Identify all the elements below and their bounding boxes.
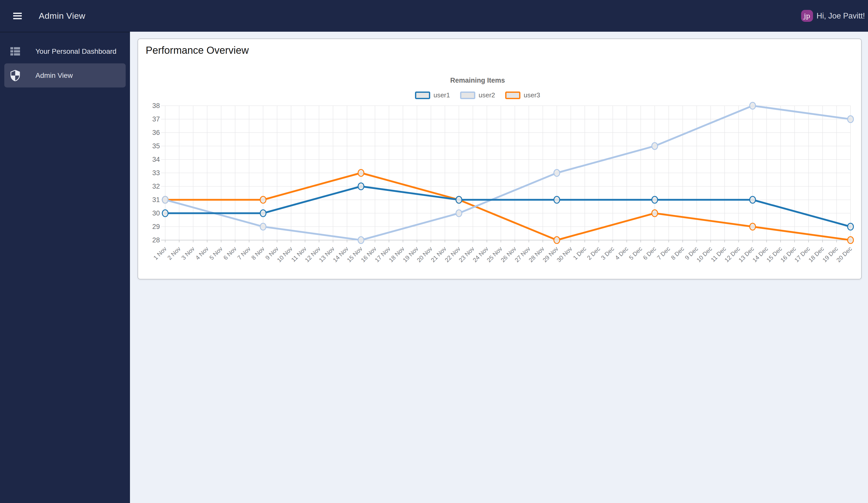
- x-tick-label: 19 Nov: [402, 245, 420, 263]
- data-point-user3[interactable]: [750, 223, 755, 230]
- x-tick-label: 16 Nov: [360, 245, 378, 263]
- data-point-user1[interactable]: [848, 223, 854, 230]
- y-tick-label: 30: [152, 209, 160, 217]
- x-tick-label: 1 Nov: [152, 245, 168, 261]
- x-tick-label: 23 Nov: [457, 245, 476, 263]
- y-tick-label: 31: [152, 196, 160, 204]
- x-tick-label: 18 Nov: [388, 245, 406, 263]
- x-tick-label: 25 Nov: [485, 245, 504, 263]
- data-point-user2[interactable]: [750, 102, 755, 109]
- y-tick-label: 32: [152, 182, 160, 190]
- x-tick-label: 15 Nov: [345, 245, 364, 263]
- x-tick-label: 13 Nov: [318, 245, 336, 263]
- sidebar: Your Personal Dashboard Admin View: [0, 32, 130, 503]
- data-point-user3[interactable]: [554, 237, 560, 244]
- sidebar-item-label: Admin View: [35, 71, 73, 80]
- x-tick-label: 4 Nov: [194, 245, 210, 261]
- top-navbar: Admin View jp Hi, Joe Pavitt!: [0, 0, 868, 32]
- x-tick-label: 17 Dec: [793, 245, 811, 263]
- x-tick-label: 10 Nov: [276, 245, 294, 263]
- data-point-user2[interactable]: [162, 197, 168, 203]
- y-tick-label: 28: [152, 236, 160, 244]
- data-point-user2[interactable]: [260, 223, 266, 230]
- data-point-user3[interactable]: [652, 210, 658, 217]
- chart-title: Remaining Items: [138, 77, 817, 84]
- data-point-user2[interactable]: [358, 237, 364, 244]
- y-tick-label: 29: [152, 223, 160, 230]
- sidebar-item-personal-dashboard[interactable]: Your Personal Dashboard: [4, 39, 126, 63]
- series-line-user3: [165, 173, 850, 240]
- app-title: Admin View: [39, 11, 85, 21]
- data-point-user2[interactable]: [456, 210, 462, 217]
- hamburger-menu-icon[interactable]: [13, 13, 22, 19]
- x-tick-label: 30 Nov: [555, 245, 574, 263]
- sidebar-item-label: Your Personal Dashboard: [35, 48, 116, 56]
- x-tick-label: 15 Dec: [765, 245, 783, 263]
- x-tick-label: 5 Dec: [628, 245, 643, 261]
- main-content: Performance Overview Remaining Items use…: [130, 32, 868, 503]
- x-tick-label: 19 Dec: [821, 245, 839, 263]
- dashboard-list-icon: [10, 47, 21, 56]
- data-point-user1[interactable]: [554, 197, 560, 203]
- x-tick-label: 6 Dec: [642, 245, 658, 261]
- data-point-user1[interactable]: [162, 210, 168, 217]
- y-tick-label: 38: [152, 102, 160, 110]
- data-point-user3[interactable]: [848, 237, 854, 244]
- y-tick-label: 37: [152, 115, 160, 123]
- x-tick-label: 10 Dec: [695, 245, 713, 263]
- data-point-user1[interactable]: [652, 197, 658, 203]
- sidebar-item-admin-view[interactable]: Admin View: [4, 63, 126, 88]
- x-tick-label: 5 Nov: [208, 245, 224, 261]
- x-tick-label: 7 Nov: [236, 245, 252, 261]
- avatar[interactable]: jp: [801, 10, 813, 22]
- shield-icon: [10, 70, 21, 81]
- y-tick-label: 34: [152, 156, 160, 163]
- x-tick-label: 29 Nov: [541, 245, 559, 263]
- x-tick-label: 18 Dec: [807, 245, 825, 263]
- data-point-user1[interactable]: [750, 197, 755, 203]
- y-tick-label: 35: [152, 142, 160, 150]
- x-tick-label: 24 Nov: [472, 245, 489, 263]
- data-point-user3[interactable]: [358, 170, 364, 177]
- x-tick-label: 28 Nov: [527, 245, 546, 263]
- user-greeting: Hi, Joe Pavitt!: [817, 11, 865, 21]
- data-point-user1[interactable]: [456, 197, 462, 203]
- card-title: Performance Overview: [146, 44, 249, 56]
- x-tick-label: 3 Nov: [180, 245, 196, 261]
- performance-overview-card: Performance Overview Remaining Items use…: [137, 39, 862, 279]
- y-tick-label: 36: [152, 129, 160, 137]
- x-tick-label: 13 Dec: [737, 245, 755, 263]
- x-tick-label: 22 Nov: [444, 245, 462, 263]
- data-point-user1[interactable]: [358, 183, 364, 190]
- data-point-user2[interactable]: [848, 116, 854, 123]
- x-tick-label: 20 Dec: [835, 245, 853, 263]
- y-tick-label: 33: [152, 169, 160, 177]
- line-chart-canvas[interactable]: 1 Nov2 Nov3 Nov4 Nov5 Nov6 Nov7 Nov8 Nov…: [138, 97, 862, 280]
- data-point-user3[interactable]: [260, 197, 266, 203]
- x-tick-label: 1 Dec: [572, 245, 588, 261]
- x-tick-label: 8 Nov: [250, 245, 266, 261]
- x-tick-label: 2 Dec: [586, 245, 601, 261]
- data-point-user1[interactable]: [260, 210, 266, 217]
- data-point-user2[interactable]: [652, 143, 658, 150]
- x-tick-label: 16 Dec: [779, 245, 797, 263]
- x-tick-label: 7 Dec: [656, 245, 671, 261]
- x-tick-label: 12 Nov: [304, 245, 322, 263]
- data-point-user2[interactable]: [554, 170, 560, 177]
- x-tick-label: 12 Dec: [723, 245, 741, 263]
- x-tick-label: 6 Nov: [222, 245, 238, 261]
- x-tick-label: 8 Dec: [670, 245, 685, 261]
- x-tick-label: 27 Nov: [514, 245, 531, 263]
- x-tick-label: 14 Dec: [751, 245, 769, 263]
- x-tick-label: 2 Nov: [166, 245, 182, 261]
- x-tick-label: 3 Dec: [600, 245, 616, 261]
- x-tick-label: 26 Nov: [500, 245, 518, 263]
- x-tick-label: 21 Nov: [430, 245, 448, 263]
- x-tick-label: 20 Nov: [415, 245, 434, 263]
- x-tick-label: 17 Nov: [374, 245, 392, 263]
- x-tick-label: 4 Dec: [614, 245, 629, 261]
- x-tick-label: 14 Nov: [332, 245, 350, 263]
